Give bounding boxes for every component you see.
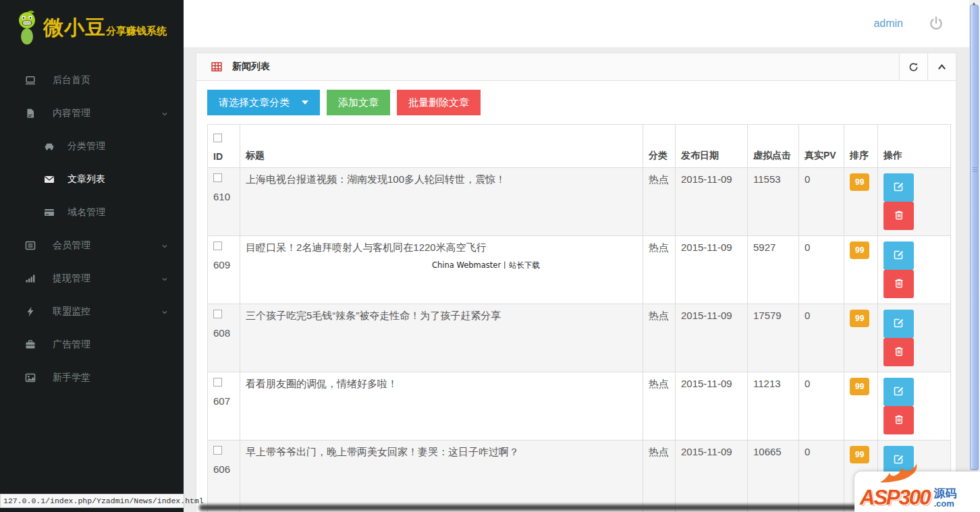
- sidebar-item-image[interactable]: 新手学堂: [0, 361, 184, 394]
- delete-button[interactable]: [883, 338, 914, 366]
- clicks-cell: 11213: [748, 372, 799, 440]
- sidebar-item-document[interactable]: 内容管理: [0, 96, 184, 130]
- sidebar-menu: 后台首页内容管理分类管理文章列表域名管理会员管理提现管理联盟监控广告管理新手学堂: [0, 49, 184, 394]
- sort-cell: 99: [844, 372, 878, 440]
- sidebar-item-label: 新手学堂: [53, 372, 90, 384]
- column-header: 分类: [643, 125, 676, 168]
- sort-cell: 99: [844, 304, 878, 372]
- edit-button[interactable]: [883, 310, 914, 338]
- row-id: 607: [213, 395, 234, 407]
- batch-delete-button[interactable]: 批量删除文章: [397, 90, 481, 115]
- sidebar-item-envelope[interactable]: 文章列表: [0, 163, 184, 196]
- trash-icon: [894, 414, 904, 427]
- actions-cell: [878, 236, 951, 304]
- app-subtitle: 分享赚钱系统: [106, 25, 167, 36]
- sort-badge: 99: [850, 378, 869, 395]
- sidebar-item-bolt[interactable]: 联盟监控: [0, 295, 184, 328]
- table-row: 606早上带爷爷出门，晚上带两美女回家！妻哭：这日子咋过啊？热点2015-11-…: [208, 440, 951, 509]
- category-dropdown-button[interactable]: 请选择文章分类: [207, 90, 320, 115]
- username-link[interactable]: admin: [873, 18, 903, 30]
- edit-button[interactable]: [883, 378, 914, 406]
- flame-icon: [877, 462, 925, 485]
- clicks-cell: 10665: [748, 440, 799, 509]
- scrollbar-grip: [973, 167, 977, 173]
- chevron-down-icon: [161, 109, 169, 117]
- add-article-button[interactable]: 添加文章: [327, 90, 390, 115]
- category-cell: 热点: [643, 168, 676, 236]
- title-cell: 看看朋友圈的调侃，情绪好多啦！: [240, 372, 643, 440]
- edit-button[interactable]: [883, 173, 914, 202]
- sort-cell: 99: [844, 168, 878, 236]
- clicks-cell: 17579: [748, 304, 799, 372]
- news-panel: 新闻列表 请选择文章分类 添加文章 批量删除文章: [196, 53, 956, 512]
- sidebar-item-label: 文章列表: [67, 173, 105, 186]
- id-cell: 610: [208, 168, 240, 236]
- sort-badge: 99: [850, 310, 869, 327]
- clicks-cell: 11553: [748, 168, 799, 236]
- sidebar-item-label: 会员管理: [53, 239, 90, 252]
- row-checkbox[interactable]: [213, 446, 222, 455]
- delete-button[interactable]: [883, 406, 914, 434]
- table-row: 608三个孩子吃完5毛钱“辣条”被夺走性命！为了孩子赶紧分享热点2015-11-…: [208, 304, 951, 372]
- edit-button[interactable]: [883, 241, 914, 270]
- column-header-label: ID: [213, 151, 234, 162]
- sidebar-item-car[interactable]: 分类管理: [0, 130, 184, 163]
- center-watermark: China Webmaster丨站长下载: [432, 260, 540, 271]
- date-cell: 2015-11-09: [676, 372, 748, 440]
- bottom-shadow: [199, 505, 867, 511]
- row-id: 608: [213, 327, 234, 339]
- row-checkbox[interactable]: [213, 173, 222, 182]
- column-header: 排序: [844, 125, 878, 168]
- table-body: 610上海电视台报道视频：湖南发现100多人轮回转世，震惊！热点2015-11-…: [208, 168, 951, 512]
- sidebar-item-briefcase[interactable]: 广告管理: [0, 328, 184, 361]
- column-header: 真实PV: [799, 125, 844, 168]
- logout-power-icon[interactable]: [929, 16, 944, 31]
- chevron-down-icon: [161, 241, 169, 250]
- status-url-bar: 127.0.0.1/index.php/Yzadmin/News/index.h…: [0, 494, 184, 508]
- delete-button[interactable]: [883, 270, 914, 298]
- category-dropdown-label: 请选择文章分类: [219, 96, 290, 109]
- trash-icon: [894, 210, 904, 223]
- pv-cell: 0: [799, 236, 844, 304]
- list-icon: [24, 239, 36, 252]
- sidebar-item-label: 提现管理: [53, 273, 90, 285]
- sidebar-item-label: 域名管理: [67, 206, 105, 219]
- select-all-checkbox[interactable]: [213, 134, 222, 142]
- sidebar-item-bar-chart[interactable]: 提现管理: [0, 262, 184, 295]
- sidebar-item-list[interactable]: 会员管理: [0, 229, 184, 262]
- title-cell: 三个孩子吃完5毛钱“辣条”被夺走性命！为了孩子赶紧分享: [240, 304, 643, 372]
- sort-cell: 99: [844, 236, 878, 304]
- collapse-button[interactable]: [927, 53, 956, 80]
- bar-chart-icon: [24, 273, 36, 285]
- sidebar-item-desktop[interactable]: 后台首页: [0, 63, 184, 96]
- row-checkbox[interactable]: [213, 241, 222, 250]
- title-cell: 上海电视台报道视频：湖南发现100多人轮回转世，震惊！: [240, 168, 643, 236]
- column-header: 标题: [240, 125, 643, 168]
- edit-icon: [894, 386, 904, 399]
- car-icon: [43, 140, 55, 152]
- refresh-button[interactable]: [899, 53, 927, 80]
- sidebar-item-credit-card[interactable]: 域名管理: [0, 196, 184, 229]
- table-row: 607看看朋友圈的调侃，情绪好多啦！热点2015-11-0911213099: [208, 372, 951, 440]
- asp300-com-text: .com: [933, 499, 954, 508]
- actions-cell: [878, 168, 951, 236]
- date-cell: 2015-11-09: [676, 304, 748, 372]
- row-id: 609: [213, 259, 234, 271]
- scrollbar-thumb[interactable]: [970, 5, 979, 470]
- edit-icon: [894, 250, 904, 262]
- chevron-down-icon: [161, 275, 169, 283]
- row-checkbox[interactable]: [213, 310, 222, 318]
- vertical-scrollbar[interactable]: ▲: [969, 0, 980, 512]
- asp300-watermark: ASP300 源码 .com: [854, 472, 980, 512]
- sidebar: 微小豆分享赚钱系统 后台首页内容管理分类管理文章列表域名管理会员管理提现管理联盟…: [0, 0, 184, 512]
- table-header: ID标题分类发布日期虚拟点击真实PV排序操作: [208, 125, 951, 168]
- row-checkbox[interactable]: [213, 378, 222, 387]
- id-cell: 607: [208, 372, 240, 440]
- delete-button[interactable]: [883, 202, 914, 230]
- actions-cell: [878, 304, 951, 372]
- header-row: ID标题分类发布日期虚拟点击真实PV排序操作: [208, 125, 951, 168]
- desktop-icon: [24, 74, 36, 86]
- app-logo: 微小豆分享赚钱系统: [0, 0, 184, 49]
- sidebar-item-label: 内容管理: [53, 107, 90, 119]
- caret-down-icon: [302, 101, 308, 105]
